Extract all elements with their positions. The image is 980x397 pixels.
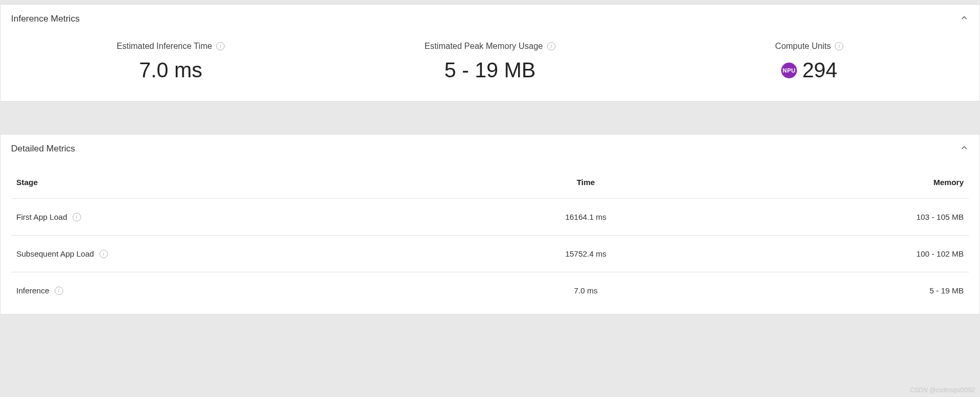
cell-time: 15752.4 ms [490, 236, 682, 272]
detailed-metrics-table-wrap: Stage Time Memory First App Load i 16164… [1, 161, 979, 314]
inference-metrics-title: Inference Metrics [11, 14, 79, 24]
cell-time: 16164.1 ms [490, 199, 682, 236]
metric-value: 5 - 19 MB [444, 58, 536, 82]
detailed-metrics-header: Detailed Metrics [1, 135, 979, 161]
table-header-row: Stage Time Memory [11, 161, 969, 199]
metric-label: Compute Units i [775, 42, 844, 51]
metric-label-text: Estimated Peak Memory Usage [425, 42, 543, 51]
metric-label: Estimated Inference Time i [117, 42, 225, 51]
info-icon[interactable]: i [547, 42, 555, 50]
stage-label: First App Load [16, 212, 67, 221]
info-icon[interactable]: i [216, 42, 225, 50]
cell-time: 7.0 ms [490, 272, 682, 309]
detailed-metrics-panel: Detailed Metrics Stage Time Memory First… [0, 134, 980, 314]
cell-memory: 5 - 19 MB [682, 272, 969, 309]
inference-metrics-header: Inference Metrics [1, 5, 979, 31]
cell-stage: Inference i [11, 272, 490, 309]
inference-metrics-row: Estimated Inference Time i 7.0 ms Estima… [1, 31, 979, 101]
metric-label-text: Compute Units [775, 42, 831, 51]
col-header-time: Time [490, 161, 682, 199]
col-header-stage: Stage [11, 161, 490, 199]
info-icon[interactable]: i [835, 42, 843, 50]
metric-value: 7.0 ms [139, 58, 202, 82]
metric-value: NPU 294 [781, 58, 837, 82]
table-row: Inference i 7.0 ms 5 - 19 MB [11, 272, 969, 309]
cell-stage: First App Load i [11, 199, 490, 236]
cell-stage: Subsequent App Load i [11, 236, 490, 272]
panel-spacer [0, 101, 980, 130]
metric-label: Estimated Peak Memory Usage i [425, 42, 555, 51]
detailed-metrics-table: Stage Time Memory First App Load i 16164… [11, 161, 969, 309]
inference-metrics-panel: Inference Metrics Estimated Inference Ti… [0, 4, 980, 101]
npu-badge-icon: NPU [781, 63, 797, 78]
metric-peak-memory: Estimated Peak Memory Usage i 5 - 19 MB [330, 42, 650, 82]
metric-inference-time: Estimated Inference Time i 7.0 ms [11, 42, 330, 82]
col-header-memory: Memory [682, 161, 969, 199]
table-row: First App Load i 16164.1 ms 103 - 105 MB [11, 199, 969, 236]
table-row: Subsequent App Load i 15752.4 ms 100 - 1… [11, 236, 969, 272]
metric-compute-units: Compute Units i NPU 294 [650, 42, 969, 82]
compute-units-value: 294 [802, 58, 837, 82]
info-icon[interactable]: i [99, 250, 108, 258]
metric-label-text: Estimated Inference Time [117, 42, 212, 51]
stage-label: Subsequent App Load [16, 249, 94, 258]
detailed-metrics-title: Detailed Metrics [11, 144, 75, 154]
info-icon[interactable]: i [73, 213, 81, 221]
chevron-up-icon[interactable] [959, 13, 969, 25]
chevron-up-icon[interactable] [959, 143, 969, 155]
cell-memory: 100 - 102 MB [682, 236, 969, 272]
info-icon[interactable]: i [55, 287, 63, 295]
stage-label: Inference [16, 286, 49, 295]
cell-memory: 103 - 105 MB [682, 199, 969, 236]
